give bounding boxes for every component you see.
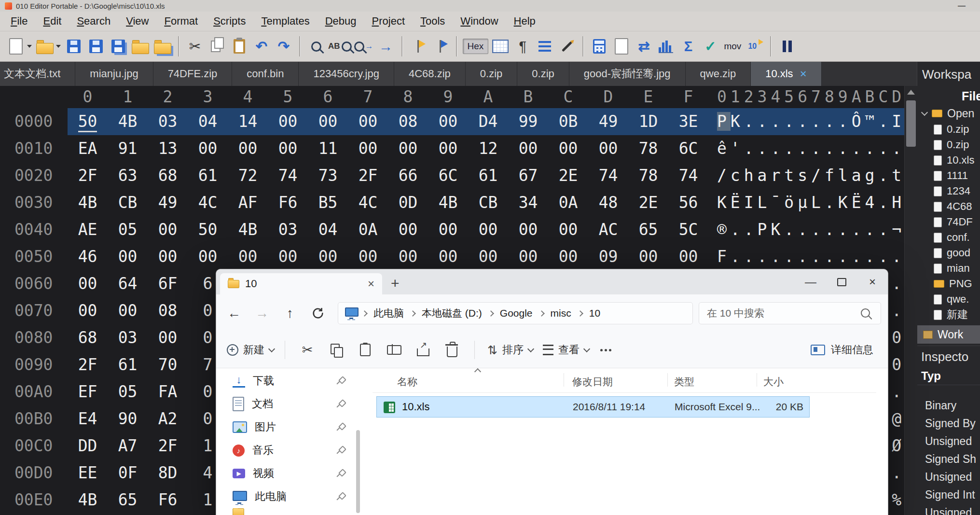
- hex-byte[interactable]: 48: [588, 189, 628, 216]
- hex-byte[interactable]: 49: [588, 108, 628, 135]
- inspector-type-header[interactable]: Typ: [917, 367, 980, 385]
- workspace-item-4[interactable]: 1234: [917, 183, 980, 199]
- inspector-row-0[interactable]: Binary: [917, 397, 980, 415]
- document-tab-5[interactable]: 4C68.zip: [394, 62, 466, 86]
- inspector-row-2[interactable]: Unsigned: [917, 432, 980, 450]
- workspace-item-5[interactable]: 4C68: [917, 199, 980, 214]
- scroll-up-icon[interactable]: [907, 90, 915, 95]
- menu-item-tools[interactable]: Tools: [413, 15, 453, 28]
- hex-byte[interactable]: CB: [468, 189, 508, 216]
- hex-byte[interactable]: 00: [108, 297, 148, 324]
- menu-item-search[interactable]: Search: [69, 15, 118, 28]
- more-options-icon[interactable]: [605, 349, 607, 351]
- checksum-button[interactable]: Σ: [678, 35, 698, 57]
- folder-button[interactable]: [130, 35, 151, 57]
- menu-item-scripts[interactable]: Scripts: [206, 15, 253, 28]
- hex-byte[interactable]: 13: [148, 135, 188, 162]
- hex-byte[interactable]: 4B: [68, 487, 108, 514]
- hex-byte[interactable]: 5C: [668, 216, 708, 243]
- inspector-row-6[interactable]: Unsigned: [917, 504, 980, 515]
- hex-row-data[interactable]: 4BCB494CAFF6B54C0D4BCB340A482E56KËIL¯öµL…: [68, 189, 904, 216]
- hex-byte[interactable]: 50: [68, 108, 108, 135]
- hex-byte[interactable]: 63: [108, 162, 148, 189]
- hex-byte[interactable]: 12: [468, 135, 508, 162]
- hex-byte[interactable]: 00: [108, 243, 148, 270]
- refresh-button[interactable]: [305, 306, 331, 320]
- maximize-button[interactable]: [826, 269, 857, 294]
- hex-byte[interactable]: 6C: [668, 135, 708, 162]
- hex-byte[interactable]: 46: [68, 243, 108, 270]
- explorer-tab[interactable]: 10 ×: [220, 273, 382, 294]
- column-header-2[interactable]: 类型: [674, 375, 694, 389]
- document-tab-10[interactable]: 10.xls×: [751, 62, 822, 86]
- tab-close-icon[interactable]: ×: [368, 278, 374, 290]
- hex-byte[interactable]: 00: [428, 108, 468, 135]
- find-next-button[interactable]: →: [354, 35, 374, 57]
- document-tab-3[interactable]: conf.bin: [232, 62, 299, 86]
- hex-byte[interactable]: 73: [308, 162, 348, 189]
- hex-byte[interactable]: 00: [588, 135, 628, 162]
- hex-byte[interactable]: 03: [268, 216, 308, 243]
- hex-byte[interactable]: 74: [668, 162, 708, 189]
- calculator-button[interactable]: [589, 35, 609, 57]
- minimize-button[interactable]: —: [795, 269, 826, 294]
- menu-item-view[interactable]: View: [118, 15, 156, 28]
- hex-byte[interactable]: 08: [388, 108, 428, 135]
- histogram-button[interactable]: [656, 35, 676, 57]
- hex-byte[interactable]: 00: [148, 324, 188, 351]
- hex-byte[interactable]: 4B: [428, 189, 468, 216]
- inspector-row-1[interactable]: Signed By: [917, 415, 980, 432]
- hex-byte[interactable]: 2E: [628, 189, 668, 216]
- save-all-button[interactable]: [108, 35, 128, 57]
- sidebar-item-5[interactable]: 此电脑: [216, 485, 355, 508]
- folder-compare-button[interactable]: [152, 35, 173, 57]
- cut-button[interactable]: ✂: [296, 342, 319, 358]
- inspector-row-5[interactable]: Signed Int: [917, 486, 980, 504]
- hex-byte[interactable]: 00: [268, 135, 308, 162]
- breadcrumb-item-1[interactable]: 本地磁盘 (D:): [419, 306, 485, 320]
- hex-byte[interactable]: 90: [108, 405, 148, 432]
- hex-byte[interactable]: 3E: [668, 108, 708, 135]
- workspace-item-2[interactable]: 10.xls: [917, 153, 980, 168]
- hex-row-data[interactable]: AE0500504B03040A0000000000AC655C®..PK...…: [68, 216, 904, 243]
- hex-row-data[interactable]: 2F6368617274732F666C61672E747874/charts/…: [68, 162, 904, 189]
- search-input[interactable]: [706, 307, 859, 320]
- hex-byte[interactable]: 49: [148, 189, 188, 216]
- column-header-0[interactable]: 名称: [397, 375, 417, 389]
- workspace-item-3[interactable]: 1111: [917, 168, 980, 183]
- hex-byte[interactable]: 8D: [148, 459, 188, 487]
- menu-item-help[interactable]: Help: [506, 15, 543, 28]
- cut-button[interactable]: ✂: [185, 35, 205, 57]
- hex-byte[interactable]: 14: [228, 108, 268, 135]
- hex-byte[interactable]: 6F: [148, 270, 188, 297]
- workspace-item-7[interactable]: conf.: [917, 230, 980, 245]
- hex-byte[interactable]: 66: [388, 162, 428, 189]
- sidebar-item-4[interactable]: 视频: [216, 462, 355, 485]
- save-as-button[interactable]: [86, 35, 106, 57]
- hex-byte[interactable]: 4B: [108, 108, 148, 135]
- delete-button[interactable]: [441, 343, 464, 357]
- hex-byte[interactable]: EE: [68, 459, 108, 487]
- hex-byte[interactable]: 34: [508, 189, 548, 216]
- breadcrumb-item-0[interactable]: 此电脑: [371, 306, 407, 320]
- hex-byte[interactable]: 00: [228, 243, 268, 270]
- pause-button[interactable]: [777, 35, 797, 57]
- show-whitespace-button[interactable]: ¶: [512, 35, 533, 57]
- hex-byte[interactable]: 00: [428, 243, 468, 270]
- hex-byte[interactable]: 00: [548, 243, 588, 270]
- hex-byte[interactable]: 72: [228, 162, 268, 189]
- sidebar-item-partial[interactable]: [216, 508, 355, 515]
- edit-mode-button[interactable]: [557, 35, 577, 57]
- hex-byte[interactable]: 0B: [548, 108, 588, 135]
- hex-byte[interactable]: 65: [628, 216, 668, 243]
- new-button[interactable]: 新建: [224, 343, 277, 357]
- undo-button[interactable]: ↶: [251, 35, 272, 57]
- hex-byte[interactable]: 4C: [188, 189, 228, 216]
- new-tab-button[interactable]: +: [391, 276, 400, 291]
- hex-byte[interactable]: 00: [668, 243, 708, 270]
- menu-item-file[interactable]: File: [3, 15, 35, 28]
- hex-byte[interactable]: 1D: [628, 108, 668, 135]
- hex-byte[interactable]: 00: [68, 270, 108, 297]
- details-button[interactable]: 详细信息: [811, 343, 880, 357]
- chevron-down-icon[interactable]: [27, 45, 32, 48]
